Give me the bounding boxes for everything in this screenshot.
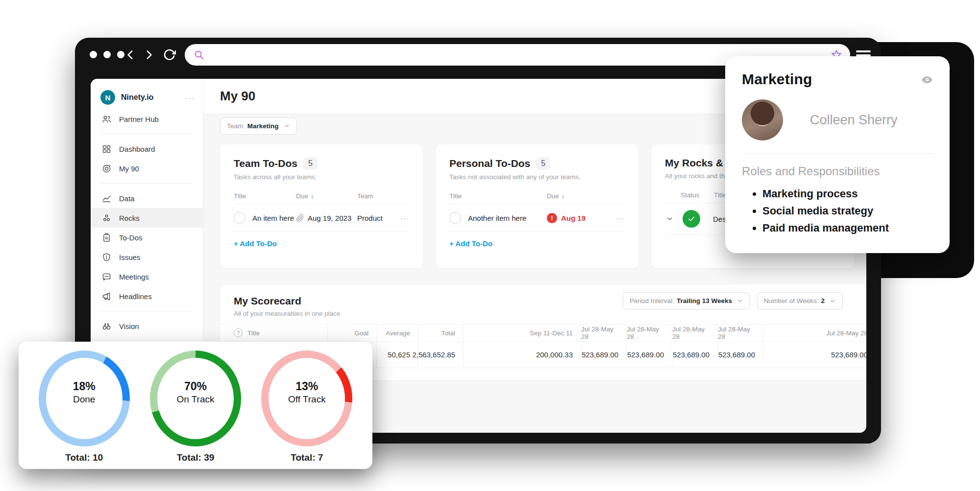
column-header[interactable]: Jul 28-May 28 — [763, 325, 866, 341]
page: N Ninety.io ··· Partner Hub Dashboard My… — [0, 0, 980, 491]
help-icon[interactable]: ? — [234, 328, 243, 337]
divider — [742, 153, 933, 154]
add-todo-button[interactable]: + Add To-Do — [234, 239, 409, 248]
column-header[interactable]: Total — [418, 325, 463, 341]
column-header-due[interactable]: Due↓ — [296, 192, 357, 200]
column-header[interactable]: Goal — [327, 325, 376, 341]
donut-group-on-track: 70% On Track Total: 39 — [143, 351, 248, 469]
sidebar-item-label: Partner Hub — [119, 115, 159, 123]
column-header[interactable]: Sep 11-Dec 11 — [463, 325, 581, 341]
grid-icon — [101, 144, 112, 154]
sidebar-item-todos[interactable]: To-Dos — [91, 228, 203, 247]
divider — [234, 232, 409, 232]
donut-chart-done: 18% Done — [39, 351, 130, 446]
measurable-cell: 200,000.33 — [463, 342, 581, 368]
sidebar-item-dashboard[interactable]: Dashboard — [91, 139, 203, 159]
todo-checkbox[interactable] — [449, 212, 461, 224]
donut-label: Off Track — [288, 394, 326, 405]
chevron-down-icon — [283, 122, 290, 129]
donut-percent: 18% — [73, 380, 96, 393]
team-filter-dropdown[interactable]: Team: Marketing — [220, 117, 297, 135]
todo-team: Product — [357, 214, 392, 222]
traffic-lights — [90, 51, 124, 58]
period-interval-dropdown[interactable]: Period Interval: Trailing 13 Weeks — [623, 292, 750, 309]
line-chart-icon — [101, 193, 112, 204]
status-done-icon[interactable] — [683, 210, 700, 228]
traffic-light-dot[interactable] — [90, 51, 97, 58]
row-menu[interactable]: ··· — [608, 214, 625, 222]
back-icon[interactable] — [124, 48, 137, 61]
divider — [449, 232, 625, 232]
search-icon — [194, 49, 204, 60]
column-header-team[interactable]: Team — [357, 192, 392, 200]
megaphone-icon — [101, 291, 112, 302]
measurable-cell: 523,689.00 — [763, 342, 866, 368]
sidebar-item-label: To-Dos — [119, 234, 143, 242]
todo-row[interactable]: An item here Aug 19, 2023 Product ··· — [234, 204, 409, 232]
forward-icon[interactable] — [143, 48, 155, 61]
divider — [100, 311, 193, 311]
column-header-title[interactable]: Title — [234, 192, 296, 200]
donut-group-off-track: 13% Off Track Total: 7 — [254, 351, 360, 469]
donut-label: On Track — [176, 394, 214, 405]
divider — [100, 134, 193, 134]
paperclip-icon — [296, 214, 304, 222]
shield-alert-icon — [101, 252, 112, 262]
page-title: My 90 — [220, 89, 255, 104]
sidebar-item-vision[interactable]: Vision — [91, 316, 203, 336]
row-menu[interactable]: ··· — [392, 214, 409, 222]
chat-icon — [101, 272, 112, 282]
sidebar-item-issues[interactable]: Issues — [91, 247, 203, 267]
column-header-title: ? Title — [220, 325, 327, 341]
number-of-weeks-dropdown[interactable]: Number of Weeks: 2 — [757, 292, 843, 309]
column-header[interactable]: Jul 28-May 28 — [672, 325, 717, 341]
sidebar-item-meetings[interactable]: Meetings — [91, 267, 203, 286]
card-subtitle: Tasks not associated with any of your te… — [449, 173, 625, 181]
add-todo-button[interactable]: + Add To-Do — [449, 239, 625, 248]
donut-total: Total: 7 — [291, 452, 323, 463]
sidebar-item-partner-hub[interactable]: Partner Hub — [91, 109, 203, 129]
brand-name: Ninety.io — [121, 93, 153, 102]
column-header[interactable]: Average — [376, 325, 418, 341]
traffic-light-dot[interactable] — [103, 51, 111, 58]
donut-chart-off-track: 13% Off Track — [261, 351, 352, 446]
role-item: Marketing process — [762, 185, 933, 202]
profile-title: Marketing — [742, 71, 933, 88]
team-filter-value: Marketing — [247, 122, 279, 130]
overdue-alert-icon: ! — [547, 213, 557, 223]
reload-icon[interactable] — [163, 48, 176, 61]
card-title: Personal To-Dos — [449, 158, 530, 169]
donut-percent: 70% — [184, 380, 207, 393]
sidebar-overflow-menu[interactable]: ··· — [185, 94, 195, 102]
eye-icon[interactable] — [920, 73, 934, 87]
todo-checkbox[interactable] — [234, 212, 245, 224]
donut-percent: 13% — [295, 380, 318, 393]
todo-row[interactable]: Another item here ! Aug 19 ··· — [449, 204, 625, 232]
sidebar-item-label: Issues — [119, 253, 140, 261]
measurable-cell: 50,625 — [376, 342, 418, 368]
roles-heading: Roles and Responsibilities — [742, 164, 933, 178]
donut-total: Total: 39 — [177, 452, 215, 463]
sidebar-item-rocks[interactable]: Rocks — [91, 208, 203, 228]
column-header-status[interactable]: Status — [681, 191, 714, 199]
column-header[interactable]: Jul 28-May 28 — [717, 325, 763, 341]
measurable-cell: 523,689.00 — [581, 342, 626, 368]
sidebar-item-my90[interactable]: My 90 — [91, 159, 203, 178]
column-header[interactable]: Jul 28-May 28 — [626, 325, 672, 341]
card-subtitle: Tasks across all your teams. — [234, 173, 409, 181]
sort-desc-icon: ↓ — [562, 192, 565, 200]
rocks-stats-card: 18% Done Total: 10 70% On Track Total: 3… — [19, 342, 372, 469]
column-header-due[interactable]: Due↓ — [547, 192, 608, 200]
brand-row[interactable]: N Ninety.io ··· — [91, 86, 203, 109]
column-header-title[interactable]: Title — [449, 192, 547, 200]
measurable-cell: 523,689.00 — [717, 342, 763, 368]
measurable-cell: 523,689.00 — [672, 342, 717, 368]
todo-due: Aug 19, 2023 — [296, 214, 357, 222]
column-header[interactable]: Jul 28-May 28 — [581, 325, 626, 341]
traffic-light-dot[interactable] — [117, 51, 124, 58]
sidebar-item-headlines[interactable]: Headlines — [91, 286, 203, 306]
sidebar-item-label: Headlines — [119, 292, 152, 301]
rocks-icon — [101, 213, 112, 223]
sidebar-item-data[interactable]: Data — [91, 188, 203, 208]
chevron-down-icon[interactable] — [666, 215, 674, 223]
